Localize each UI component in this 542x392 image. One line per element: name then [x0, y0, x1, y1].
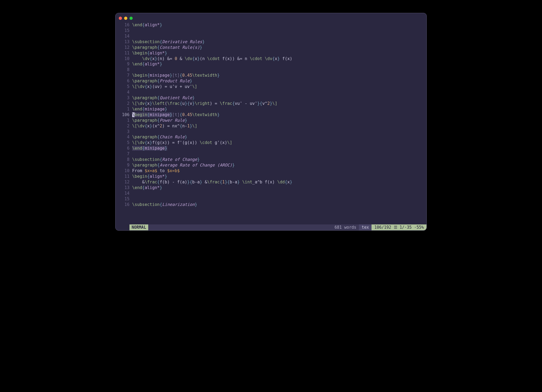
code-line[interactable]: 10From $x=a$ to $x=b$: [116, 168, 426, 174]
line-number: 11: [116, 50, 132, 56]
line-content[interactable]: \end{minipage}: [132, 106, 167, 112]
position-indicator: 106/192 ☰ 1/·35 ·55%: [372, 224, 426, 230]
code-line[interactable]: 5\[\dv{x}(uv) = u'v + uv'\]: [116, 84, 426, 90]
line-number: 8: [116, 157, 132, 162]
code-line[interactable]: 4\paragraph{Chain Rule}: [116, 134, 426, 140]
code-line[interactable]: 6\end{minipage}: [116, 146, 426, 151]
line-number: 14: [116, 191, 132, 196]
line-number: 15: [116, 28, 132, 34]
line-content[interactable]: \paragraph{Quotient Rule}: [132, 95, 195, 101]
line-number: 14: [116, 34, 132, 39]
code-line[interactable]: 8: [116, 67, 426, 73]
code-line[interactable]: 1\end{minipage}: [116, 106, 426, 112]
editor-area[interactable]: 16\end{align*}151413\subsection{Derivati…: [116, 22, 426, 224]
line-number: 1: [116, 118, 132, 123]
line-content[interactable]: &\frac{f(b) - f(a)}{b-a} &\frac{1}{b-a} …: [132, 179, 292, 185]
line-content[interactable]: \[\dv{x}(uv) = u'v + uv'\]: [132, 84, 197, 90]
line-content[interactable]: \[\dv{x}\left(\frac{u}{v}\right) = \frac…: [132, 101, 277, 106]
line-number: 12: [116, 45, 132, 50]
code-line[interactable]: 9\paragraph{Average Rate of Change (AROC…: [116, 162, 426, 168]
code-line[interactable]: 11\begin{align*}: [116, 174, 426, 179]
code-line[interactable]: 4: [116, 90, 426, 95]
code-line[interactable]: 5\[\dv{x}f(g(x)) = f'(g(x)) \cdot g'(x)\…: [116, 140, 426, 146]
line-number: 4: [116, 134, 132, 140]
line-number: 5: [116, 140, 132, 146]
line-number: 6: [116, 146, 132, 151]
code-line[interactable]: 7\begin{minipage}[t]{0.45\textwidth}: [116, 73, 426, 78]
line-number: 2: [116, 123, 132, 129]
line-content[interactable]: \paragraph{Chain Rule}: [132, 134, 187, 140]
line-number: 16: [116, 202, 132, 208]
line-number: 13: [116, 39, 132, 45]
line-number: 7: [116, 151, 132, 157]
code-line[interactable]: 12 &\frac{f(b) - f(a)}{b-a} &\frac{1}{b-…: [116, 179, 426, 185]
line-content[interactable]: \end{align*}: [132, 22, 162, 28]
word-count: 681 words: [332, 224, 359, 230]
line-number: 10: [116, 56, 132, 62]
line-number: 13: [116, 185, 132, 191]
line-content[interactable]: \begin{minipage}[t]{0.45\textwidth}: [132, 73, 220, 78]
code-line[interactable]: 12\paragraph{Constant Rule(s)}: [116, 45, 426, 50]
line-number: 1: [116, 106, 132, 112]
line-content[interactable]: \begin{align*}: [132, 174, 167, 179]
line-content[interactable]: \begin{align*}: [132, 50, 167, 56]
line-number: 7: [116, 73, 132, 78]
line-content[interactable]: \dv{x}(n) &= 0 & \dv{x}(n \cdot f(x)) &=…: [132, 56, 292, 62]
close-icon[interactable]: [119, 17, 122, 20]
code-line[interactable]: 16\end{align*}: [116, 22, 426, 28]
line-content[interactable]: \subsection{Linearization}: [132, 202, 197, 208]
code-line[interactable]: 13\end{align*}: [116, 185, 426, 191]
line-content[interactable]: \paragraph{Average Rate of Change (AROC)…: [132, 162, 235, 168]
line-number: 10: [116, 168, 132, 174]
line-content[interactable]: \subsection{Rate of Change}: [132, 157, 200, 162]
code-line[interactable]: 16\subsection{Linearization}: [116, 202, 426, 208]
code-line[interactable]: 7: [116, 151, 426, 157]
line-number: 5: [116, 84, 132, 90]
code-line[interactable]: 8\subsection{Rate of Change}: [116, 157, 426, 162]
line-number: 15: [116, 196, 132, 202]
code-line[interactable]: 9\end{align*}: [116, 61, 426, 67]
code-line[interactable]: 6\paragraph{Product Rule}: [116, 78, 426, 84]
code-line[interactable]: 3\paragraph{Quotient Rule}: [116, 95, 426, 101]
line-number: 2: [116, 101, 132, 106]
filetype-indicator: tex: [359, 224, 372, 230]
maximize-icon[interactable]: [129, 17, 133, 20]
code-line[interactable]: 15: [116, 28, 426, 34]
line-number: 106: [116, 112, 132, 118]
line-number: 4: [116, 90, 132, 95]
line-content[interactable]: \end{align*}: [132, 61, 162, 67]
line-content[interactable]: \end{align*}: [132, 185, 162, 191]
line-content[interactable]: \begin{minipage}[t]{0.45\textwidth}: [132, 112, 220, 118]
line-number: 16: [116, 22, 132, 28]
code-line[interactable]: 2\[\dv{x}(x^2) = nx^{n-1}\]: [116, 123, 426, 129]
line-number: 3: [116, 95, 132, 101]
line-number: 6: [116, 78, 132, 84]
line-content[interactable]: \end{minipage}: [132, 146, 167, 151]
line-content[interactable]: From $x=a$ to $x=b$: [132, 168, 180, 174]
line-content[interactable]: \[\dv{x}(x^2) = nx^{n-1}\]: [132, 123, 197, 129]
line-number: 8: [116, 67, 132, 73]
code-line[interactable]: 15: [116, 196, 426, 202]
code-line[interactable]: 14: [116, 191, 426, 196]
line-content[interactable]: \paragraph{Power Rule}: [132, 118, 187, 123]
minimize-icon[interactable]: [124, 17, 127, 20]
code-line[interactable]: 10 \dv{x}(n) &= 0 & \dv{x}(n \cdot f(x))…: [116, 56, 426, 62]
code-line[interactable]: 13\subsection{Derivative Rules}: [116, 39, 426, 45]
code-line[interactable]: 3: [116, 129, 426, 135]
line-number: 3: [116, 129, 132, 135]
line-number: 11: [116, 174, 132, 179]
line-content[interactable]: \subsection{Derivative Rules}: [132, 39, 205, 45]
line-number: 9: [116, 162, 132, 168]
code-line[interactable]: 11\begin{align*}: [116, 50, 426, 56]
code-line[interactable]: 1\paragraph{Power Rule}: [116, 118, 426, 123]
code-line[interactable]: 14: [116, 34, 426, 39]
code-line[interactable]: 106\begin{minipage}[t]{0.45\textwidth}: [116, 112, 426, 118]
line-number: 9: [116, 61, 132, 67]
titlebar: [116, 13, 426, 22]
line-content[interactable]: \paragraph{Constant Rule(s)}: [132, 45, 202, 50]
vim-mode-indicator: NORMAL: [129, 224, 148, 230]
status-bar: NORMAL 681 words tex 106/192 ☰ 1/·35 ·55…: [116, 224, 426, 230]
code-line[interactable]: 2\[\dv{x}\left(\frac{u}{v}\right) = \fra…: [116, 101, 426, 106]
line-content[interactable]: \[\dv{x}f(g(x)) = f'(g(x)) \cdot g'(x)\]: [132, 140, 232, 146]
line-content[interactable]: \paragraph{Product Rule}: [132, 78, 192, 84]
